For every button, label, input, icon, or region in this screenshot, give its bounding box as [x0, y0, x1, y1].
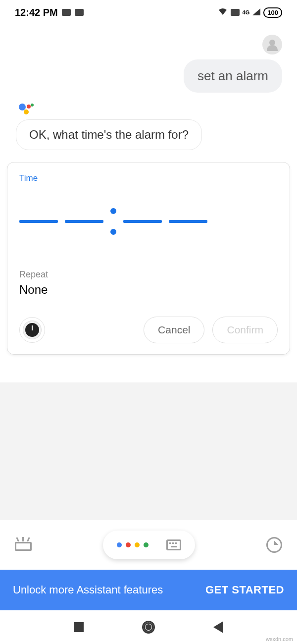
system-nav-bar — [0, 610, 297, 644]
repeat-label: Repeat — [19, 269, 278, 280]
volte-icon — [231, 9, 240, 16]
get-started-button[interactable]: GET STARTED — [205, 584, 284, 596]
signal-icon — [252, 8, 260, 17]
google-assistant-logo-icon — [19, 103, 34, 114]
minute-tens-input[interactable] — [123, 220, 162, 223]
assistant-input-pill[interactable] — [103, 531, 195, 559]
cancel-button[interactable]: Cancel — [144, 317, 204, 343]
open-clock-app-button[interactable] — [19, 317, 45, 343]
watermark: wsxdn.com — [266, 636, 293, 642]
status-right: 4G 100 — [218, 7, 282, 18]
chat-area: set an alarm OK, what time's the alarm f… — [0, 25, 297, 150]
promo-banner[interactable]: Unlock more Assistant features GET START… — [0, 570, 297, 610]
hour-tens-input[interactable] — [19, 220, 58, 223]
back-button[interactable] — [213, 621, 223, 633]
user-avatar[interactable] — [262, 35, 282, 54]
status-left: 12:42 PM — [15, 7, 84, 18]
hour-ones-input[interactable] — [65, 220, 103, 223]
clock-icon — [23, 321, 41, 339]
keyboard-indicator-icon — [62, 9, 71, 16]
updates-tray-icon[interactable] — [15, 539, 32, 551]
card-actions: Cancel Confirm — [19, 317, 278, 343]
time-colon-icon — [110, 208, 116, 235]
status-bar: 12:42 PM 4G 100 — [0, 0, 297, 25]
time-label: Time — [19, 173, 278, 183]
wifi-icon — [218, 8, 228, 17]
user-message-bubble: set an alarm — [184, 59, 282, 93]
time-card: Time Repeat None Cancel Confirm — [7, 162, 290, 355]
confirm-button[interactable]: Confirm — [212, 317, 278, 343]
assistant-dots-icon — [117, 542, 148, 547]
assistant-bottom-bar — [0, 520, 297, 570]
repeat-value[interactable]: None — [19, 283, 278, 297]
assistant-message-bubble: OK, what time's the alarm for? — [16, 119, 202, 150]
battery-indicator: 100 — [263, 7, 282, 18]
news-indicator-icon — [75, 9, 84, 16]
keyboard-icon[interactable] — [166, 539, 181, 550]
status-time: 12:42 PM — [15, 7, 58, 18]
minute-ones-input[interactable] — [169, 220, 207, 223]
network-label: 4G — [243, 9, 250, 15]
recent-apps-button[interactable] — [74, 622, 84, 632]
home-button[interactable] — [142, 621, 155, 634]
assistant-row: OK, what time's the alarm for? — [10, 93, 287, 150]
time-input[interactable] — [19, 183, 278, 255]
explore-compass-icon[interactable] — [266, 537, 282, 553]
promo-text: Unlock more Assistant features — [13, 584, 163, 596]
